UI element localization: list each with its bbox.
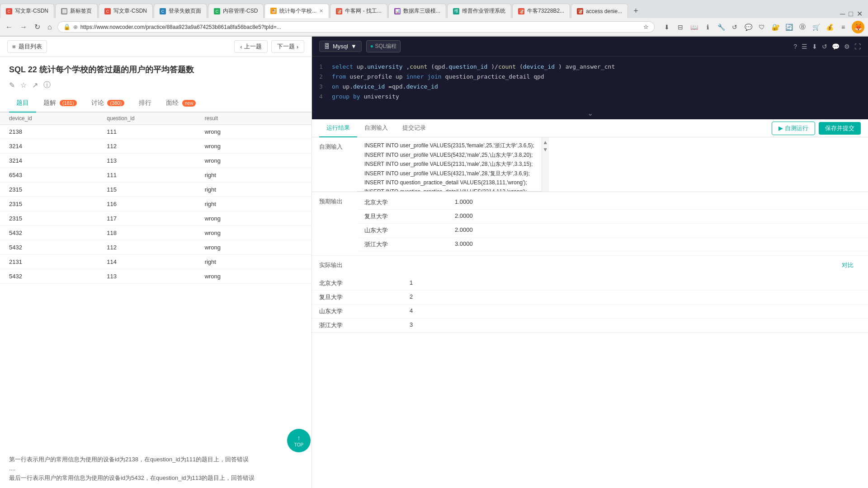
home-button[interactable]: ⌂ <box>46 21 54 33</box>
scroll-down-icon2[interactable]: ▼ <box>542 146 548 153</box>
sidebar-toggle-icon[interactable]: ⊟ <box>675 22 685 32</box>
sync-icon[interactable]: 🔄 <box>784 22 794 32</box>
code-line-4: 4 group by university <box>319 92 861 102</box>
tab-interview-label: 面经 <box>166 99 179 106</box>
comment-icon[interactable]: 💬 <box>832 43 840 50</box>
table-row: 3214 112 wrong <box>0 139 311 154</box>
tab-discussion[interactable]: 讨论 (380) <box>84 94 132 113</box>
download2-icon[interactable]: ⬇ <box>812 43 817 50</box>
tab-3[interactable]: C 写文章-CSDN <box>99 4 153 18</box>
help-icon[interactable]: ? <box>793 43 797 50</box>
tab-run-results[interactable]: 运行结果 <box>319 119 357 137</box>
tab-11[interactable]: 🐮 access denie... <box>571 4 628 18</box>
back-button[interactable]: ← <box>4 21 14 33</box>
info-problem-icon[interactable]: ⓘ <box>43 80 51 90</box>
expected-col2-1: 1.0000 <box>455 198 473 206</box>
bookmark-icon[interactable]: ☆ <box>643 23 649 30</box>
share-icon[interactable]: ↗ <box>32 81 38 89</box>
shop-icon[interactable]: 🛒 <box>811 22 821 32</box>
line-num-1: 1 <box>319 62 326 72</box>
compare-button[interactable]: 对比 <box>835 259 861 271</box>
bing-icon[interactable]: Ⓑ <box>797 22 807 32</box>
self-input-content: INSERT INTO user_profile VALUES(2315,'fe… <box>357 137 542 192</box>
edit-icon[interactable]: ✎ <box>9 81 15 89</box>
table-row: 2131 114 right <box>0 255 311 269</box>
prev-question-button[interactable]: ‹ 上一题 <box>234 40 267 53</box>
scroll-up-icon[interactable]: ▲ <box>542 139 548 145</box>
table-row: 5432 118 wrong <box>0 226 311 240</box>
tab-5[interactable]: C 内容管理-CSD <box>208 4 264 18</box>
actual-row-4: 浙江大学 3 <box>312 319 868 333</box>
download-icon[interactable]: ⬇ <box>662 22 672 32</box>
tab-problem[interactable]: 题目 <box>9 94 36 113</box>
close-button[interactable]: ✕ <box>857 9 863 18</box>
refresh2-icon[interactable]: ↺ <box>730 22 740 32</box>
shield-icon[interactable]: 🛡 <box>757 22 767 32</box>
code-editor[interactable]: 1 select up.university ,count (qpd.quest… <box>312 56 868 107</box>
next-question-button[interactable]: 下一题 › <box>271 40 304 53</box>
refresh-button[interactable]: ↻ <box>33 21 42 33</box>
line-num-3: 3 <box>319 82 326 92</box>
info-icon[interactable]: ℹ <box>703 22 712 32</box>
reader-icon[interactable]: 📖 <box>689 22 699 32</box>
menu-icon[interactable]: ≡ <box>838 22 848 32</box>
tab-9[interactable]: 维 维普作业管理系统 <box>447 4 511 18</box>
menu-list-button[interactable]: ≡ 题目列表 <box>7 40 47 53</box>
run-results-label: 运行结果 <box>326 124 350 131</box>
tab-favicon-8: 📊 <box>394 8 401 14</box>
extension-icon[interactable]: 🔧 <box>716 22 726 32</box>
maximize-button[interactable]: □ <box>849 10 853 18</box>
tab-favicon-9: 维 <box>453 8 459 14</box>
actual-col1-4: 浙江大学 <box>319 321 410 329</box>
expected-content: 北京大学 1.0000 复旦大学 2.0000 山东大学 2.0000 浙江 <box>357 192 868 255</box>
cell-result: wrong <box>205 128 302 135</box>
run-button[interactable]: ▶ 自测运行 <box>772 122 815 135</box>
db-selector[interactable]: 🗄 Mysql ▼ <box>319 41 362 52</box>
list-icon[interactable]: ☰ <box>802 43 807 50</box>
wallet-icon[interactable]: 💰 <box>825 22 835 32</box>
tab-2[interactable]: ⬜ 新标签页 <box>55 4 98 18</box>
avatar[interactable]: 🦊 <box>852 21 864 33</box>
tab-self-test[interactable]: 自测输入 <box>357 119 395 137</box>
fullscreen-icon[interactable]: ⛶ <box>854 43 861 50</box>
vpn-icon[interactable]: 🔐 <box>770 22 780 32</box>
settings-icon[interactable]: ⚙ <box>844 43 850 50</box>
tab-ranking[interactable]: 排行 <box>132 94 159 113</box>
url-icon: ⊕ <box>73 24 78 30</box>
tab-8[interactable]: 📊 数据库三级模... <box>388 4 446 18</box>
refresh-editor-icon[interactable]: ↺ <box>822 43 827 50</box>
new-tab-button[interactable]: + <box>629 4 643 18</box>
results-content[interactable]: 自测输入 INSERT INTO user_profile VALUES(231… <box>312 137 868 488</box>
scroll-top-button[interactable]: ↑ TOP <box>287 429 311 452</box>
tab-1[interactable]: C 写文章-CSDN <box>0 4 54 18</box>
star-icon[interactable]: ☆ <box>20 81 27 89</box>
scroll-buttons[interactable]: ▲ ▼ <box>542 137 549 192</box>
cell-device-id: 2315 <box>9 215 107 222</box>
tab-4[interactable]: C 登录失败页面 <box>154 4 207 18</box>
tab-solution-label: 题解 <box>43 99 56 106</box>
actual-col1-3: 山东大学 <box>319 307 410 315</box>
save-submit-button[interactable]: 保存并提交 <box>819 122 861 135</box>
chat-icon[interactable]: 💬 <box>743 22 753 32</box>
tab-6[interactable]: 🐮 统计每个学校... ✕ <box>264 4 329 18</box>
table-scroll[interactable]: 2138 111 wrong 3214 112 wrong 3214 113 w… <box>0 125 311 450</box>
scroll-down-indicator[interactable]: ⌄ <box>312 107 868 119</box>
problem-actions: ✎ ☆ ↗ ⓘ <box>9 80 302 90</box>
minimize-button[interactable]: ─ <box>840 10 845 18</box>
expected-col2-3: 2.0000 <box>455 226 473 235</box>
tab-solution[interactable]: 题解 (181) <box>36 94 84 113</box>
tab-interview[interactable]: 面经 new <box>159 94 203 113</box>
results-tabs: 运行结果 自测输入 提交记录 ▶ 自测运行 保存并提交 <box>312 119 868 137</box>
tab-submit-history[interactable]: 提交记录 <box>395 119 433 137</box>
security-icon: 🔒 <box>63 23 71 30</box>
actual-row-2: 复旦大学 2 <box>312 291 868 305</box>
problem-header: SQL 22 统计每个学校的答过题的用户的平均答题数 ✎ ☆ ↗ ⓘ <box>0 57 311 94</box>
forward-button[interactable]: → <box>18 21 29 33</box>
tab-7[interactable]: 🐮 牛客网 - 找工... <box>330 4 387 18</box>
tab-label-6: 统计每个学校... <box>279 7 316 15</box>
url-bar[interactable]: 🔒 ⊕ https://www.nowcoder.com/practice/88… <box>57 21 655 33</box>
tab-close-6[interactable]: ✕ <box>319 8 323 14</box>
expected-label: 预期输出 <box>312 192 357 255</box>
tab-10[interactable]: 🐮 牛客73228B2... <box>512 4 570 18</box>
db-label: Mysql <box>333 43 348 50</box>
